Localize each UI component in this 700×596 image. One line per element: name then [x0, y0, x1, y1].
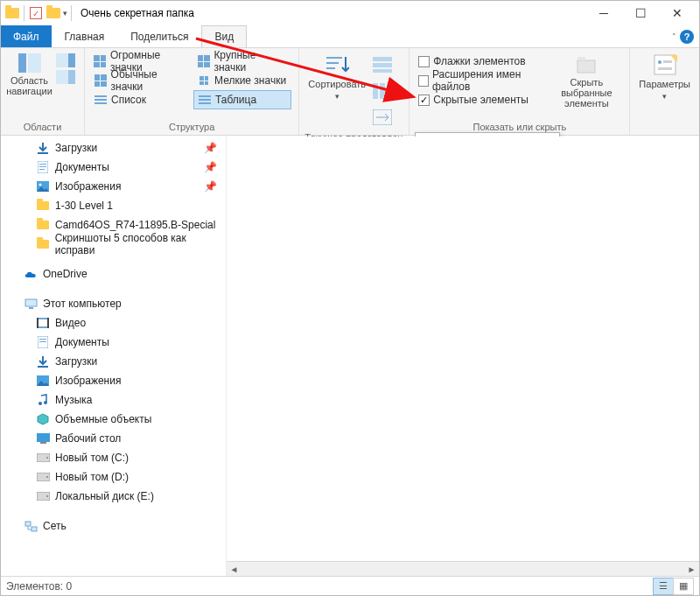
svg-rect-16	[578, 60, 595, 73]
tab-share[interactable]: Поделиться	[117, 25, 201, 47]
svg-rect-5	[68, 70, 75, 84]
scroll-left-icon[interactable]: ◄	[227, 562, 242, 577]
ribbon-tabs: Файл Главная Поделиться Вид ˄ ?	[1, 25, 699, 48]
svg-rect-26	[39, 166, 46, 167]
tree-documents[interactable]: Документы📌	[1, 158, 226, 177]
hide-selected-button: Скрыть выбранные элементы	[549, 52, 624, 120]
svg-rect-35	[47, 318, 49, 328]
folder-icon	[36, 237, 50, 251]
pin-icon: 📌	[204, 180, 217, 193]
layout-list[interactable]: Список	[90, 90, 193, 109]
svg-rect-14	[387, 83, 392, 99]
svg-rect-6	[326, 57, 342, 59]
layout-small-icons[interactable]: Мелкие значки	[193, 71, 291, 90]
tree-pictures2[interactable]: Изображения	[1, 371, 226, 390]
cloud-icon	[24, 267, 38, 281]
status-item-count: Элементов: 0	[6, 580, 72, 592]
minimize-button[interactable]: ─	[585, 1, 622, 25]
svg-rect-37	[39, 339, 46, 340]
addcolumns-button[interactable]	[369, 78, 396, 104]
chk-hidden[interactable]: Скрытые элементы	[415, 90, 549, 109]
svg-rect-31	[29, 307, 33, 309]
qat-properties-icon[interactable]: ✓	[28, 5, 44, 21]
desktop-icon	[36, 431, 50, 445]
tree-drive-e[interactable]: Локальный диск (E:)	[1, 487, 226, 506]
layout-medium-icons[interactable]: Обычные значки	[90, 71, 193, 90]
help-icon[interactable]: ?	[680, 30, 694, 44]
music-icon	[36, 393, 50, 407]
tree-folder-1[interactable]: 1-30 Level 1	[1, 196, 226, 215]
tree-3dobjects[interactable]: Объемные объекты	[1, 410, 226, 429]
tab-home[interactable]: Главная	[52, 25, 118, 47]
tree-music[interactable]: Музыка	[1, 390, 226, 410]
drive-icon	[36, 470, 50, 484]
tree-downloads[interactable]: Загрузки📌	[1, 138, 226, 158]
tree-documents2[interactable]: Документы	[1, 333, 226, 352]
qat-newfolder-icon[interactable]	[46, 5, 61, 21]
tree-downloads2[interactable]: Загрузки	[1, 352, 226, 371]
close-button[interactable]: ✕	[659, 1, 696, 25]
svg-rect-3	[68, 53, 75, 67]
huge-icons-icon	[94, 54, 107, 68]
download-icon	[36, 354, 50, 368]
svg-rect-30	[25, 299, 37, 306]
svg-point-42	[44, 401, 47, 404]
svg-rect-12	[373, 83, 378, 99]
svg-point-48	[46, 476, 48, 478]
options-button[interactable]: Параметры ▾	[635, 52, 694, 120]
tree-desktop[interactable]: Рабочий стол	[1, 429, 226, 448]
tree-thispc[interactable]: Этот компьютер	[1, 294, 226, 313]
tree-folder-3[interactable]: Скриншоты 5 способов как исправи	[1, 235, 226, 254]
video-icon	[36, 316, 50, 330]
svg-rect-34	[37, 318, 38, 328]
table-icon	[198, 93, 212, 107]
tree-onedrive[interactable]: OneDrive	[1, 264, 226, 284]
scroll-right-icon[interactable]: ►	[684, 562, 699, 577]
svg-rect-11	[373, 69, 392, 73]
svg-rect-8	[326, 67, 335, 69]
tab-view[interactable]: Вид	[201, 25, 247, 47]
svg-rect-23	[38, 152, 48, 154]
pin-icon: 📌	[204, 161, 217, 173]
svg-rect-0	[18, 53, 26, 73]
tree-network[interactable]: Сеть	[1, 516, 226, 536]
preview-pane-button[interactable]	[52, 52, 79, 120]
group-label-areas: Области	[6, 120, 79, 135]
tree-drive-c[interactable]: Новый том (C:)	[1, 448, 226, 467]
checkbox-checked-icon	[418, 95, 430, 106]
layout-table[interactable]: Таблица	[193, 90, 291, 109]
title-bar: ✓ ▾ Очень секретная папка ─ ☐ ✕	[1, 1, 699, 25]
svg-rect-20	[663, 60, 672, 63]
tab-file[interactable]: Файл	[1, 25, 52, 47]
horizontal-scrollbar[interactable]: ◄ ►	[227, 561, 699, 576]
qat-customize-icon[interactable]: ▾	[63, 9, 67, 18]
sort-button[interactable]: Сортировать ▾	[304, 52, 369, 130]
svg-rect-38	[39, 341, 46, 342]
file-pane[interactable]: ◄ ►	[227, 137, 699, 576]
svg-rect-27	[39, 169, 45, 170]
nav-pane-button[interactable]: Область навигации	[6, 52, 52, 120]
groupby-button[interactable]	[369, 52, 396, 78]
tree-drive-d[interactable]: Новый том (D:)	[1, 467, 226, 487]
tree-video[interactable]: Видео	[1, 313, 226, 333]
nav-tree[interactable]: Загрузки📌 Документы📌 Изображения📌 1-30 L…	[1, 137, 227, 576]
ribbon-collapse-icon[interactable]: ˄	[672, 32, 676, 41]
folder-icon	[36, 218, 50, 232]
sizeall-button[interactable]	[369, 104, 396, 130]
document-icon	[36, 335, 50, 349]
large-icons-icon	[197, 54, 210, 68]
list-icon	[94, 93, 108, 107]
view-icons-button[interactable]: ▦	[673, 578, 694, 595]
content-area: Загрузки📌 Документы📌 Изображения📌 1-30 L…	[1, 137, 699, 576]
tree-pictures[interactable]: Изображения📌	[1, 177, 226, 196]
svg-rect-17	[578, 57, 585, 60]
view-details-button[interactable]: ☰	[653, 578, 674, 595]
chk-extensions[interactable]: Расширения имен файлов	[415, 71, 549, 90]
scroll-track[interactable]	[242, 562, 684, 577]
maximize-button[interactable]: ☐	[622, 1, 659, 25]
svg-rect-1	[28, 53, 41, 73]
small-icons-icon	[197, 74, 211, 88]
picture-icon	[36, 179, 50, 193]
layout-large-icons[interactable]: Крупные значки	[193, 52, 291, 71]
svg-point-29	[39, 184, 42, 186]
